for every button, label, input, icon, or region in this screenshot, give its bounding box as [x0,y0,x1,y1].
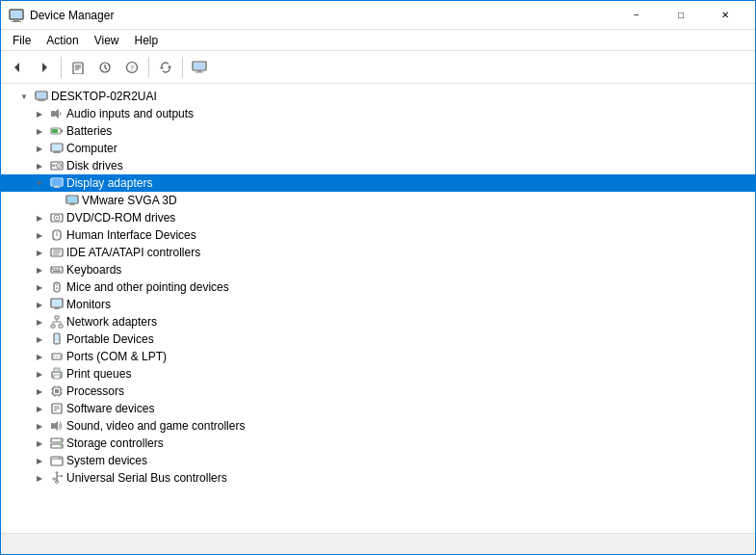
expand-print[interactable]: ▶ [32,366,47,382]
tree-portable[interactable]: ▶ Portable Devices [1,330,755,348]
network-icon [49,314,65,330]
expand-portable[interactable]: ▶ [32,331,47,347]
tree-root[interactable]: ▼ DESKTOP-02R2UAI [1,88,755,105]
disk-label: Disk drives [66,159,123,172]
help-button[interactable]: ? [119,55,144,80]
svg-rect-22 [38,100,45,101]
svg-point-78 [53,356,55,357]
expand-keyboards[interactable]: ▶ [32,262,47,278]
svg-marker-113 [55,471,59,473]
tree-network[interactable]: ▶ Network adapters [1,313,755,330]
tree-mice[interactable]: ▶ Mice and other pointing devices [1,278,755,296]
processors-label: Processors [66,384,124,398]
expand-disk[interactable]: ▶ [32,158,47,173]
tree-system[interactable]: ▶ System devices [1,452,755,469]
tree-display[interactable]: ▼ Display adapters [1,174,755,192]
tree-monitors[interactable]: ▶ Monitors [1,296,755,313]
network-label: Network adapters [66,315,157,329]
expand-monitors[interactable]: ▶ [32,297,47,312]
tree-sound[interactable]: ▶ Sound, video and game controllers [1,417,755,435]
refresh-button[interactable] [153,55,178,80]
tree-software[interactable]: ▶ Software devices [1,400,755,417]
tree-vmware[interactable]: ▶ VMware SVGA 3D [1,192,755,209]
tree-disk[interactable]: ▶ Disk drives [1,157,755,174]
ide-label: IDE ATA/ATAPI controllers [66,246,200,259]
expand-system[interactable]: ▶ [32,453,47,468]
expand-storage[interactable]: ▶ [32,436,47,451]
svg-rect-39 [55,186,59,187]
tree-dvd[interactable]: ▶ DVD/CD-ROM drives [1,209,755,226]
batteries-label: Batteries [66,124,112,138]
print-label: Print queues [66,367,131,381]
expand-software[interactable]: ▶ [32,401,47,416]
maximize-button[interactable]: □ [659,1,703,30]
tree-processors[interactable]: ▶ Processors [1,383,755,400]
svg-rect-16 [194,63,205,69]
device-manager-window: Device Manager − □ ✕ File Action View He… [0,0,756,555]
menu-bar: File Action View Help [1,30,755,51]
svg-rect-66 [54,308,60,309]
svg-rect-75 [55,334,59,341]
svg-point-50 [56,231,58,233]
expand-processors[interactable]: ▶ [32,383,47,399]
menu-file[interactable]: File [5,32,39,49]
usb-label: Universal Serial Bus controllers [66,471,227,485]
tree-usb[interactable]: ▶ Universal Serial Bus controllers [1,469,755,487]
update-driver-button[interactable] [92,55,117,80]
tree-print[interactable]: ▶ Print queues [1,365,755,383]
window-title: Device Manager [30,9,614,22]
mouse-icon [49,279,65,295]
computer-label: Computer [66,142,117,155]
svg-rect-17 [197,70,201,72]
expand-dvd[interactable]: ▶ [32,210,47,225]
menu-action[interactable]: Action [39,32,86,49]
tree-hid[interactable]: ▶ Human Interface Devices [1,226,755,244]
svg-marker-102 [54,421,58,431]
tree-batteries[interactable]: ▶ Batteries [1,122,755,140]
svg-rect-57 [55,269,57,271]
svg-rect-88 [55,389,59,393]
svg-rect-23 [51,111,55,117]
expand-ports[interactable]: ▶ [32,349,47,364]
forward-button[interactable] [32,55,57,80]
tree-computer[interactable]: ▶ Computer [1,140,755,157]
expand-computer[interactable]: ▶ [32,141,47,156]
computer-icon [34,89,49,104]
expand-usb[interactable]: ▶ [32,470,47,486]
minimize-button[interactable]: − [614,1,659,30]
tree-audio[interactable]: ▶ Audio inputs and outputs [1,105,755,122]
svg-point-80 [59,356,61,357]
svg-point-106 [60,445,62,447]
disk-icon [49,158,65,173]
svg-point-110 [54,458,55,459]
tree-storage[interactable]: ▶ Storage controllers [1,435,755,452]
expand-ide[interactable]: ▶ [32,245,47,260]
ports-label: Ports (COM & LPT) [66,350,167,363]
hid-icon [49,227,65,243]
expand-mice[interactable]: ▶ [32,279,47,295]
monitor-button[interactable] [187,55,212,80]
tree-ide[interactable]: ▶ IDE ATA/ATAPI controllers [1,244,755,261]
tree-view[interactable]: ▼ DESKTOP-02R2UAI ▶ Audio [1,84,755,533]
expand-audio[interactable]: ▶ [32,106,47,121]
properties-button[interactable] [65,55,91,80]
svg-rect-3 [11,11,22,18]
expand-display[interactable]: ▼ [32,175,47,191]
expand-hid[interactable]: ▶ [32,227,47,243]
expand-sound[interactable]: ▶ [32,418,47,434]
tree-keyboards[interactable]: ▶ Keyboards [1,261,755,278]
back-button[interactable] [5,55,30,80]
menu-view[interactable]: View [87,32,127,49]
close-button[interactable]: ✕ [703,1,747,30]
svg-rect-40 [54,187,60,188]
svg-rect-31 [53,152,61,153]
expand-network[interactable]: ▶ [32,314,47,330]
svg-rect-38 [52,179,62,185]
expand-root[interactable]: ▼ [16,89,32,104]
svg-point-79 [56,356,58,357]
menu-help[interactable]: Help [127,32,167,49]
expand-batteries[interactable]: ▶ [32,123,47,139]
system-label: System devices [66,454,147,467]
tree-ports[interactable]: ▶ Ports (COM & LPT) [1,348,755,365]
svg-point-62 [56,287,58,289]
